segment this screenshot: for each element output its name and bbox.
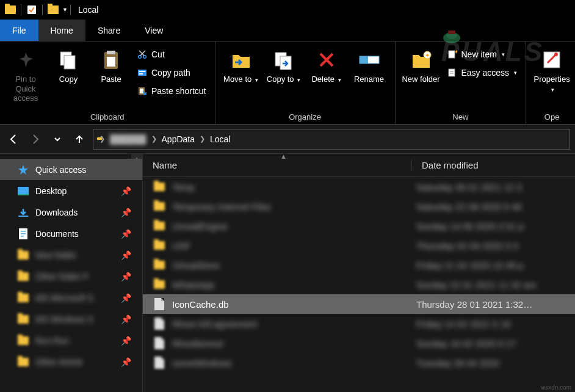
file-row-hidden[interactable]: Rhost Kill agreementFriday 14 02 2021 5 … (143, 314, 575, 333)
paste-shortcut-button[interactable]: Paste shortcut (134, 83, 209, 99)
downloads-icon (17, 208, 29, 217)
svg-rect-32 (21, 233, 26, 234)
ribbon-group-new: ✦ New folder ✦ New item ▾ Easy access ▾ … (396, 42, 527, 124)
copy-to-icon (272, 48, 296, 72)
chevron-down-icon[interactable]: ▼ (62, 7, 68, 13)
paste-shortcut-icon (137, 85, 148, 96)
svg-rect-12 (139, 71, 145, 72)
ribbon-group-clipboard: Pin to Quick access Copy Paste Cut Copy … (0, 42, 215, 124)
tab-home[interactable]: Home (38, 20, 85, 41)
separator (70, 4, 71, 15)
file-name: IconCache.db (172, 299, 416, 310)
pin-icon: 📌 (121, 229, 131, 239)
svg-rect-24 (449, 69, 455, 76)
separator (42, 4, 43, 15)
svg-rect-27 (18, 187, 29, 194)
navigation-pane: ▲▼ Quick access Desktop 📌 Downloads 📌 Do… (0, 154, 143, 392)
sidebar-item-hidden[interactable]: MS Microsoft S📌 (0, 287, 142, 308)
documents-icon (17, 228, 29, 239)
sidebar-desktop[interactable]: Desktop 📌 (0, 180, 142, 201)
copy-to-button[interactable]: Copy to ▾ (264, 44, 303, 84)
svg-rect-15 (140, 89, 143, 93)
file-row-hidden[interactable]: UnrealEngineSunday 14 06 2020 3 51 p (143, 216, 575, 236)
svg-rect-33 (21, 236, 24, 237)
tab-file[interactable]: File (0, 20, 38, 41)
ribbon: PUALS Pin to Quick access Copy Paste Cut (0, 42, 575, 125)
properties-button[interactable]: Properties ▾ (532, 44, 571, 93)
recent-locations-button[interactable] (49, 131, 66, 148)
copy-path-button[interactable]: Copy path (134, 65, 209, 81)
pin-to-quick-access-button[interactable]: Pin to Quick access (6, 44, 45, 103)
window-title: Local (78, 5, 98, 15)
svg-rect-8 (107, 57, 115, 67)
scissors-icon (137, 49, 148, 60)
ribbon-group-open: Properties ▾ Ope (526, 42, 575, 124)
breadcrumb-user[interactable]: ██████ (107, 134, 149, 144)
file-row-hidden[interactable]: WhatsAppSunday 22 01 2021 11 02 am (143, 275, 575, 294)
content-area: ▲▼ Quick access Desktop 📌 Downloads 📌 Do… (0, 154, 575, 392)
svg-rect-31 (21, 231, 26, 232)
breadcrumb-local[interactable]: Local (208, 134, 233, 144)
svg-rect-29 (18, 216, 28, 217)
easy-access-icon (447, 67, 458, 78)
file-icon (153, 297, 166, 311)
sidebar-item-hidden[interactable]: Run Run📌 (0, 330, 142, 351)
svg-rect-13 (139, 73, 143, 74)
file-list-pane: ▲ Name Date modified TempSaturday 30 01 … (143, 154, 575, 392)
pin-icon: 📌 (121, 208, 131, 217)
copy-button[interactable]: Copy (49, 44, 88, 84)
address-bar[interactable]: ❯ ██████ ❯ AppData ❯ Local (93, 129, 570, 150)
sidebar-item-hidden[interactable]: New folder📌 (0, 244, 142, 266)
sidebar-quick-access[interactable]: Quick access (0, 159, 142, 180)
svg-rect-19 (360, 56, 368, 64)
title-bar: ▼ Local (0, 0, 575, 20)
breadcrumb-appdata[interactable]: AppData (159, 134, 197, 144)
rename-button[interactable]: Rename (350, 44, 389, 84)
svg-rect-28 (18, 194, 29, 195)
group-label: Organize (222, 111, 389, 123)
file-row-hidden[interactable]: someWindowsTuesday 28 04 2020 (143, 353, 575, 372)
new-item-button[interactable]: ✦ New item ▾ (444, 46, 520, 62)
file-row-hidden[interactable]: TempSaturday 30 01 2021 12 3 (143, 177, 575, 197)
forward-button[interactable] (27, 131, 44, 148)
group-label: Clipboard (6, 111, 209, 123)
up-button[interactable] (71, 131, 88, 148)
svg-rect-3 (448, 31, 455, 34)
column-header-date[interactable]: Date modified (411, 160, 575, 170)
file-row-iconcache[interactable]: IconCache.db Thursday 28 01 2021 1:32… (143, 294, 575, 314)
properties-icon (540, 48, 564, 72)
tab-view[interactable]: View (132, 20, 175, 41)
svg-rect-5 (64, 56, 75, 69)
sort-indicator-icon: ▲ (280, 153, 287, 160)
sidebar-downloads[interactable]: Downloads 📌 (0, 201, 142, 223)
chevron-right-icon[interactable]: ❯ (200, 135, 205, 143)
move-to-button[interactable]: Move to ▾ (222, 44, 261, 84)
chevron-down-icon: ▾ (297, 77, 300, 83)
sidebar-documents[interactable]: Documents 📌 (0, 223, 142, 244)
desktop-icon (17, 187, 29, 195)
group-label: New (402, 111, 520, 123)
navigation-bar: ❯ ██████ ❯ AppData ❯ Local (0, 125, 575, 154)
sidebar-item-hidden[interactable]: Other folder P📌 (0, 266, 142, 287)
delete-button[interactable]: Delete ▾ (307, 44, 346, 84)
ribbon-tabs: File Home Share View (0, 20, 575, 42)
quick-access-toolbar-icon[interactable] (26, 4, 37, 15)
folder-icon (5, 4, 16, 15)
tab-share[interactable]: Share (85, 20, 132, 41)
new-folder-button[interactable]: ✦ New folder (402, 44, 441, 84)
column-header-name[interactable]: Name (143, 160, 411, 170)
svg-text:✦: ✦ (425, 52, 430, 59)
file-row-hidden[interactable]: Temporary Internet FilesSaturday 22 08 2… (143, 197, 575, 216)
paste-button[interactable]: Paste (92, 44, 131, 84)
chevron-right-icon[interactable]: ❯ (151, 135, 157, 143)
sidebar-item-hidden[interactable]: MS Windows S📌 (0, 308, 142, 330)
star-icon (17, 164, 29, 175)
cut-button[interactable]: Cut (134, 46, 209, 62)
file-row-hidden[interactable]: USFThursday 02 04 2020 3 3 (143, 236, 575, 255)
back-button[interactable] (5, 131, 22, 148)
easy-access-button[interactable]: Easy access ▾ (444, 65, 520, 81)
sidebar-item-hidden[interactable]: Other Article📌 (0, 351, 142, 372)
file-row-hidden[interactable]: VirtualStoreFriday 21 02 2020 10 49 p (143, 255, 575, 275)
chevron-down-icon: ▾ (338, 77, 341, 83)
file-row-hidden[interactable]: RhostkennerSunday 16 02 2020 9 27 (143, 333, 575, 353)
